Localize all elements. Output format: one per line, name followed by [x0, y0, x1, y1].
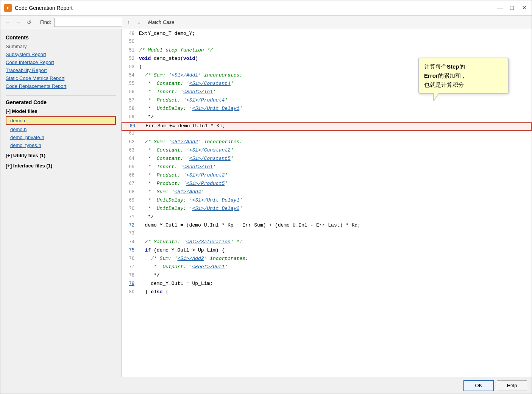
line-number: 53 [122, 64, 137, 70]
table-row: 61 [122, 131, 532, 139]
line-content: * Constant: '<S1>/Constant2' [137, 147, 532, 153]
line-number: 66 [122, 173, 137, 178]
line-number: 63 [122, 148, 137, 153]
line-content: */ [137, 114, 532, 120]
maximize-button[interactable]: □ [508, 4, 516, 12]
refresh-button[interactable]: ↺ [25, 18, 34, 27]
line-content: Err_Sum += demo_U.In1 * Ki; [138, 123, 531, 129]
generated-code-title: Generated Code [6, 99, 116, 105]
table-row: 74 /* Saturate: '<S1>/Saturation' */ [122, 239, 532, 247]
title-bar: ► Code Generation Report — □ ✕ [0, 0, 532, 16]
table-row: 78 */ [122, 272, 532, 281]
line-content: */ [137, 272, 532, 278]
table-row: 71 */ [122, 214, 532, 222]
table-row: 50 [122, 39, 532, 47]
table-row: 79 demo_Y.Out1 = Up_Lim; [122, 281, 532, 289]
line-content: if (demo_Y.Out1 > Up_Lim) { [137, 247, 532, 253]
line-number: 54 [122, 73, 137, 78]
line-number: 73 [122, 231, 137, 236]
line-number: 76 [122, 256, 137, 261]
line-content: * Outport: '<Root>/Out1' [137, 264, 532, 270]
line-content: * Product: '<S1>/Product4' [137, 97, 532, 103]
line-number: 65 [122, 164, 137, 170]
toolbar: ← → ↺ Find: ↑ ↓ Match Case [0, 16, 532, 29]
table-row: 77 * Outport: '<Root>/Out1' [122, 264, 532, 272]
window-controls: — □ ✕ [496, 4, 528, 12]
table-row: 49ExtY_demo_T demo_Y; [122, 31, 532, 39]
summary-link[interactable]: Summary [6, 44, 116, 49]
line-content: } else { [137, 289, 532, 295]
find-label: Find: [40, 19, 51, 25]
code-interface-report-link[interactable]: Code Interface Report [6, 59, 116, 65]
line-number[interactable]: 79 [122, 281, 137, 286]
find-next-button[interactable]: ↓ [134, 18, 144, 27]
table-row: 68 * Sum: '<S1>/Add4' [122, 189, 532, 197]
traceability-report-link[interactable]: Traceability Report [6, 67, 116, 73]
line-content: * Inport: '<Root>/In1' [137, 164, 532, 170]
line-number: 49 [122, 31, 137, 36]
table-row: 65 * Inport: '<Root>/In1' [122, 164, 532, 172]
line-content: * Sum: '<S1>/Add4' [137, 189, 532, 195]
table-row: 64 * Constant: '<S1>/Constant5' [122, 156, 532, 164]
line-number: 80 [122, 289, 137, 295]
file-demo-h[interactable]: demo.h [6, 126, 116, 133]
line-number: 74 [122, 239, 137, 245]
table-row: 51/* Model step function */ [122, 47, 532, 56]
line-content: /* Saturate: '<S1>/Saturation' */ [137, 239, 532, 245]
help-button[interactable]: Help [497, 380, 527, 391]
table-row: 62 /* Sum: '<S1>/Add2' incorporates: [122, 139, 532, 147]
model-files-header: [-] Model files [6, 108, 116, 114]
line-content: ExtY_demo_T demo_Y; [137, 31, 532, 36]
main-window: ► Code Generation Report — □ ✕ ← → ↺ Fin… [0, 0, 532, 394]
find-prev-button[interactable]: ↑ [124, 18, 133, 27]
toolbar-separator [37, 19, 37, 26]
line-content: */ [137, 214, 532, 220]
line-content: /* Sum: '<S1>/Add2' incorporates: [137, 139, 532, 145]
line-number[interactable]: 60 [122, 124, 138, 129]
table-row: 59 */ [122, 114, 532, 122]
close-button[interactable]: ✕ [520, 4, 528, 12]
line-number[interactable]: 75 [122, 248, 137, 253]
match-case-label: Match Case [148, 19, 174, 25]
line-number: 57 [122, 98, 137, 103]
line-number: 70 [122, 206, 137, 211]
app-icon: ► [4, 4, 12, 12]
interface-files-header[interactable]: [+] Interface files (1) [6, 163, 116, 169]
line-number[interactable]: 72 [122, 223, 137, 228]
window-title: Code Generation Report [15, 5, 496, 11]
utility-files-header[interactable]: [+] Utility files (1) [6, 153, 116, 158]
line-number: 64 [122, 156, 137, 161]
find-input[interactable] [54, 18, 122, 27]
line-number: 50 [122, 39, 137, 44]
subsystem-report-link[interactable]: Subsystem Report [6, 52, 116, 57]
ok-button[interactable]: OK [463, 380, 494, 391]
file-demo-c[interactable]: demo.c [6, 116, 116, 125]
line-number: 55 [122, 81, 137, 86]
file-demo-private-h[interactable]: demo_private.h [6, 134, 116, 141]
line-number: 52 [122, 56, 137, 61]
table-row: 72 demo_Y.Out1 = (demo_U.In1 * Kp + Err_… [122, 222, 532, 231]
static-code-metrics-link[interactable]: Static Code Metrics Report [6, 75, 116, 81]
back-button[interactable]: ← [3, 18, 12, 27]
line-content: * UnitDelay: '<S1>/Unit_Delay2' [137, 206, 532, 211]
code-panel[interactable]: 计算每个Step的 Error的累加和， 也就是计算积分 49ExtY_demo… [122, 29, 532, 377]
line-number: 56 [122, 89, 137, 95]
annotation-callout: 计算每个Step的 Error的累加和， 也就是计算积分 [418, 58, 509, 94]
line-number: 61 [122, 131, 137, 136]
line-content: * Product: '<S1>/Product5' [137, 181, 532, 186]
sidebar-divider [6, 95, 116, 95]
main-content: Contents Summary Subsystem Report Code I… [0, 29, 532, 377]
table-row: 80 } else { [122, 289, 532, 297]
line-number: 68 [122, 189, 137, 195]
forward-button[interactable]: → [14, 18, 23, 27]
line-content: * UnitDelay: '<S1>/Unit_Delay1' [137, 197, 532, 203]
code-replacements-link[interactable]: Code Replacements Report [6, 83, 116, 89]
line-number: 51 [122, 48, 137, 53]
table-row: 57 * Product: '<S1>/Product4' [122, 97, 532, 106]
file-demo-types-h[interactable]: demo_types.h [6, 142, 116, 149]
line-number: 67 [122, 181, 137, 186]
sidebar: Contents Summary Subsystem Report Code I… [0, 29, 122, 377]
line-content: demo_Y.Out1 = (demo_U.In1 * Kp + Err_Sum… [137, 222, 532, 228]
line-content: /* Model step function */ [137, 47, 532, 53]
minimize-button[interactable]: — [496, 4, 504, 12]
